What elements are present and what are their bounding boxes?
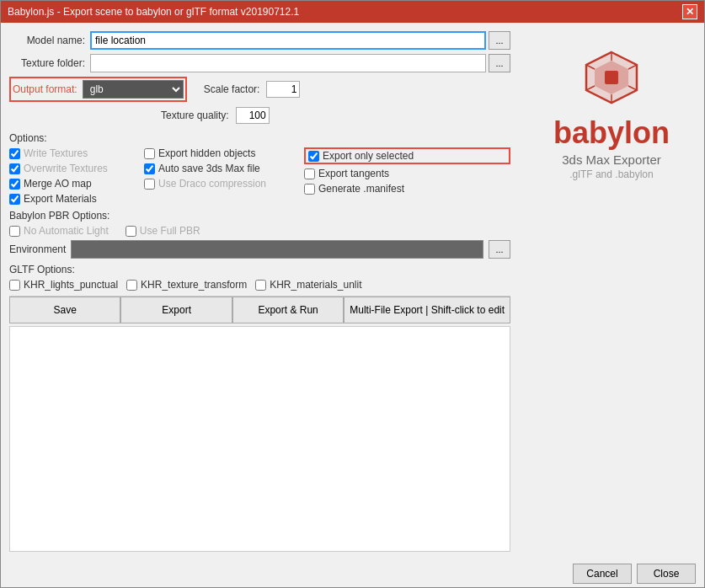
draco-checkbox[interactable] [144,179,155,190]
texture-quality-input[interactable] [236,107,270,124]
scale-factor-label: Scale factor: [204,83,260,95]
export-materials-row: Export Materials [9,193,144,205]
texture-folder-row: Texture folder: ... [9,54,510,72]
multi-file-button[interactable]: Multi-File Export | Shift-click to edit [344,297,510,323]
khr-materials-checkbox[interactable] [255,280,266,291]
khr-texture-checkbox[interactable] [126,280,137,291]
options-col-middle: Export hidden objects Auto save 3ds Max … [144,147,304,205]
export-only-selected-label: Export only selected [323,150,414,162]
options-section: Options: Write Textures Overwrite Textur… [9,132,510,291]
overwrite-textures-row: Overwrite Textures [9,163,144,174]
no-auto-light-row: No Automatic Light [9,225,109,237]
khr-texture-label: KHR_texture_transform [141,279,247,291]
auto-save-label: Auto save 3ds Max file [158,163,260,174]
overwrite-textures-checkbox[interactable] [9,163,20,174]
khr-lights-label: KHR_lights_punctual [24,279,118,291]
exporter-label: 3ds Max Exporter [562,152,661,167]
gltf-options-title: GLTF Options: [9,264,510,275]
main-window: Babylon.js - Export scene to babylon or … [0,0,705,588]
draco-row: Use Draco compression [144,178,304,190]
right-panel: babylon 3ds Max Exporter .glTF and .baby… [519,23,704,560]
khr-lights-checkbox[interactable] [9,280,20,291]
model-name-label: Model name: [9,35,85,46]
generate-manifest-checkbox[interactable] [304,184,315,195]
write-textures-checkbox[interactable] [9,148,20,159]
formats-label: .glTF and .babylon [569,168,653,180]
use-full-pbr-checkbox[interactable] [126,226,136,237]
khr-lights-row: KHR_lights_punctual [9,279,118,291]
texture-folder-label: Texture folder: [9,57,85,69]
babylon-pbr-title: Babylon PBR Options: [9,210,510,222]
texture-folder-input[interactable] [90,54,486,72]
options-title: Options: [9,132,510,144]
export-tangents-checkbox[interactable] [304,168,315,179]
output-format-select[interactable]: glb gltf babylon [83,80,184,99]
options-grid: Write Textures Overwrite Textures Merge … [9,147,510,205]
babylon-name: babylon [553,115,670,151]
export-run-button[interactable]: Export & Run [232,297,344,323]
options-col-left: Write Textures Overwrite Textures Merge … [9,147,144,205]
generate-manifest-row: Generate .manifest [304,183,510,195]
window-title: Babylon.js - Export scene to babylon or … [8,6,299,18]
svg-rect-3 [605,71,618,84]
merge-ao-checkbox[interactable] [9,179,20,190]
no-auto-light-checkbox[interactable] [9,226,20,237]
env-label: Environment [9,243,66,255]
use-full-pbr-label: Use Full PBR [140,225,200,237]
cancel-button[interactable]: Cancel [573,564,632,584]
write-textures-row: Write Textures [9,147,144,159]
env-input[interactable] [71,240,483,259]
scale-factor-input[interactable] [266,81,300,98]
main-content: Model name: ... Texture folder: ... Outp… [1,23,704,560]
output-format-label: Output format: [13,83,77,95]
export-hidden-label: Export hidden objects [158,147,255,159]
babylon-logo: babylon 3ds Max Exporter .glTF and .baby… [553,48,670,180]
close-button[interactable]: ✕ [682,4,697,19]
export-tangents-row: Export tangents [304,168,510,179]
export-materials-label: Export Materials [24,193,97,205]
use-full-pbr-row: Use Full PBR [126,225,200,237]
no-auto-light-label: No Automatic Light [24,225,109,237]
texture-browse-button[interactable]: ... [489,54,510,72]
model-name-input[interactable] [90,31,486,50]
env-browse-button[interactable]: ... [489,240,510,259]
export-tangents-label: Export tangents [318,168,389,179]
export-only-selected-checkbox[interactable] [308,151,319,162]
merge-ao-label: Merge AO map [24,178,92,190]
save-button[interactable]: Save [9,297,120,323]
gltf-options-row: KHR_lights_punctual KHR_texture_transfor… [9,279,510,291]
output-area [9,326,510,552]
title-bar: Babylon.js - Export scene to babylon or … [1,1,704,23]
export-materials-checkbox[interactable] [9,194,20,205]
texture-quality-label: Texture quality: [161,110,229,121]
khr-materials-row: KHR_materials_unlit [255,279,361,291]
merge-ao-row: Merge AO map [9,178,144,190]
generate-manifest-label: Generate .manifest [318,183,404,195]
export-hidden-checkbox[interactable] [144,148,155,159]
write-textures-label: Write Textures [24,147,88,159]
babylon-icon [582,48,641,107]
output-format-box: Output format: glb gltf babylon [9,77,187,102]
auto-save-row: Auto save 3ds Max file [144,163,304,174]
export-hidden-row: Export hidden objects [144,147,304,159]
options-col-right: Export only selected Export tangents Gen… [304,147,510,205]
khr-texture-row: KHR_texture_transform [126,279,247,291]
export-button[interactable]: Export [120,297,232,323]
model-name-row: Model name: ... [9,31,510,50]
footer-row: Cancel Close [1,560,704,587]
draco-label: Use Draco compression [158,178,266,190]
khr-materials-label: KHR_materials_unlit [270,279,361,291]
auto-save-checkbox[interactable] [144,163,155,174]
model-browse-button[interactable]: ... [489,31,510,50]
environment-row: Environment ... [9,240,510,259]
export-only-selected-row: Export only selected [304,147,510,164]
action-buttons-row: Save Export Export & Run Multi-File Expo… [9,296,510,323]
left-panel: Model name: ... Texture folder: ... Outp… [1,23,519,560]
close-button-footer[interactable]: Close [637,564,696,584]
overwrite-textures-label: Overwrite Textures [24,163,108,174]
